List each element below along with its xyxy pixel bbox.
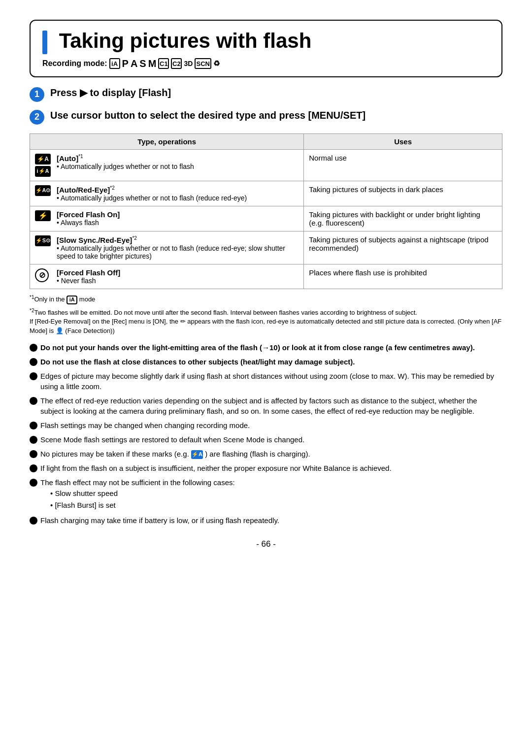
bullet-text-charging: Flash charging may take time if battery …: [40, 515, 502, 526]
mode-3D: 3D: [184, 60, 193, 67]
mode-C2: C2: [171, 58, 182, 69]
bullets-section: Do not put your hands over the light-emi…: [30, 342, 502, 526]
table-row: ⚡A i⚡A [Auto]*1 • Automatically judges w…: [30, 149, 502, 181]
recording-mode-row: Recording mode: iA P A S M C1 C2 3D SCN …: [42, 58, 490, 69]
uses-text-auto: Normal use: [309, 154, 347, 162]
step2-text: Use cursor button to select the desired …: [50, 109, 366, 122]
icon-flash-autoredeye: ⚡A⊙: [35, 185, 51, 196]
col-type-header: Type, operations: [30, 133, 304, 149]
bullet-text-edges: Edges of picture may become slightly dar…: [40, 371, 502, 392]
mode-S: S: [139, 58, 146, 69]
icon-flash-forced-on: ⚡: [35, 210, 51, 221]
bullet-scene-mode: Scene Mode flash settings are restored t…: [30, 434, 502, 445]
page-title: Taking pictures with flash: [42, 30, 490, 54]
bullet-edges: Edges of picture may become slightly dar…: [30, 371, 502, 392]
uses-text-slowsync: Taking pictures of subjects against a ni…: [309, 235, 488, 252]
bullet-dot-icon: [30, 358, 37, 366]
step2-num: 2: [30, 110, 44, 125]
uses-text-forced-off: Places where flash use is prohibited: [309, 268, 427, 277]
uses-text-autoredeye: Taking pictures of subjects in dark plac…: [309, 185, 443, 194]
bullet-dot-icon: [30, 517, 37, 525]
slowsync-desc: • Automatically judges whether or not to…: [57, 244, 299, 260]
bullet-insufficient: If light from the flash on a subject is …: [30, 463, 502, 473]
bullet-text-no-pictures: No pictures may be taken if these marks …: [40, 449, 502, 459]
mode-C1: C1: [158, 58, 169, 69]
icon-flash-slowsync: ⚡S⊙: [35, 235, 51, 246]
page-number: - 66 -: [30, 539, 502, 549]
bullet-warning1: Do not put your hands over the light-emi…: [30, 342, 502, 353]
bullet-dot-icon: [30, 372, 37, 380]
title-text: Taking pictures with flash: [59, 29, 312, 52]
bullet-text-warning1: Do not put your hands over the light-emi…: [40, 342, 502, 353]
inline-flash-icon: ⚡A: [191, 450, 203, 459]
bullet-text-redeye: The effect of red-eye reduction varies d…: [40, 395, 502, 416]
auto-label: [Auto]: [57, 154, 78, 163]
table-row: ⚡ [Forced Flash On] • Always flash Takin…: [30, 206, 502, 231]
bullet-charging: Flash charging may take time if battery …: [30, 515, 502, 526]
uses-cell-forced-on: Taking pictures with backlight or under …: [304, 206, 502, 231]
recording-mode-label: Recording mode:: [42, 59, 107, 68]
type-cell-redeye-auto: ⚡A⊙ [Auto/Red-Eye]*2 • Automatically jud…: [30, 181, 304, 206]
slowsync-label: [Slow Sync./Red-Eye]: [57, 236, 132, 244]
autoredeye-footnote: *2: [110, 185, 114, 191]
mode-P: P: [122, 58, 129, 69]
table-row: ⚡S⊙ [Slow Sync./Red-Eye]*2 • Automatical…: [30, 231, 502, 264]
uses-cell-forced-off: Places where flash use is prohibited: [304, 264, 502, 289]
uses-text-forced-on: Taking pictures with backlight or under …: [309, 210, 480, 227]
bullet-flash-settings: Flash settings may be changed when chang…: [30, 420, 502, 430]
step1: 1 Press ▶ to display [Flash]: [30, 86, 502, 102]
forced-off-label: [Forced Flash Off]: [57, 268, 120, 277]
forced-off-desc: • Never flash: [57, 277, 120, 285]
bullet-text-insufficient: If light from the flash on a subject is …: [40, 463, 502, 473]
col-uses-header: Uses: [304, 133, 502, 149]
bullet-redeye: The effect of red-eye reduction varies d…: [30, 395, 502, 416]
step2: 2 Use cursor button to select the desire…: [30, 109, 502, 125]
bullet-warning2: Do not use the flash at close distances …: [30, 357, 502, 367]
uses-cell-slowsync: Taking pictures of subjects against a ni…: [304, 231, 502, 264]
bullet-dot-icon: [30, 397, 37, 405]
bullet-dot-icon: [30, 464, 37, 472]
type-cell-auto: ⚡A i⚡A [Auto]*1 • Automatically judges w…: [30, 149, 304, 181]
table-row: ⚡A⊙ [Auto/Red-Eye]*2 • Automatically jud…: [30, 181, 502, 206]
flash-table: Type, operations Uses ⚡A i⚡A [Auto]*1 • …: [30, 133, 502, 289]
type-cell-forced-on: ⚡ [Forced Flash On] • Always flash: [30, 206, 304, 231]
forced-on-label: [Forced Flash On]: [57, 210, 120, 219]
footnote-1: *1Only in the iA mode: [30, 294, 502, 304]
bullet-no-pictures: No pictures may be taken if these marks …: [30, 449, 502, 459]
mode-iA: iA: [109, 58, 120, 69]
auto-footnote: *1: [78, 154, 83, 159]
auto-desc: • Automatically judges whether or not to…: [57, 163, 194, 170]
bullet-dot-icon: [30, 450, 37, 458]
bullet-text-warning2: Do not use the flash at close distances …: [40, 357, 502, 367]
mode-A: A: [131, 58, 137, 69]
bullet-dot-icon: [30, 422, 37, 429]
sub-bullets-flash-effect: • Slow shutter speed • [Flash Burst] is …: [50, 488, 502, 511]
bullet-dot-icon: [30, 344, 37, 352]
uses-cell-auto: Normal use: [304, 149, 502, 181]
step1-text: Press ▶ to display [Flash]: [50, 86, 171, 99]
uses-cell-autoredeye: Taking pictures of subjects in dark plac…: [304, 181, 502, 206]
autoredeye-label: [Auto/Red-Eye]: [57, 186, 110, 194]
slowsync-footnote: *2: [132, 235, 136, 241]
icon-flash-iauto: i⚡A: [35, 166, 51, 177]
mode-M: M: [148, 58, 157, 69]
ia-icon: iA: [66, 296, 77, 304]
footnote-2: *2Two flashes will be emitted. Do not mo…: [30, 307, 502, 335]
blue-bar-icon: [42, 31, 47, 54]
table-row: ⊘ [Forced Flash Off] • Never flash Place…: [30, 264, 502, 289]
bullet-flash-effect: The flash effect may not be sufficient i…: [30, 477, 502, 511]
bullet-text-scene-mode: Scene Mode flash settings are restored t…: [40, 434, 502, 445]
type-cell-slowsync: ⚡S⊙ [Slow Sync./Red-Eye]*2 • Automatical…: [30, 231, 304, 264]
mode-extra: ♻: [213, 59, 220, 68]
autoredeye-desc: • Automatically judges whether or not to…: [57, 194, 247, 202]
icon-flash-auto: ⚡A: [35, 154, 51, 164]
bullet-text-flash-settings: Flash settings may be changed when chang…: [40, 420, 502, 430]
title-box: Taking pictures with flash Recording mod…: [30, 20, 502, 77]
icon-flash-forced-off: ⊘: [35, 268, 49, 282]
bullet-dot-icon: [30, 479, 37, 487]
forced-on-desc: • Always flash: [57, 219, 120, 227]
footnotes: *1Only in the iA mode *2Two flashes will…: [30, 294, 502, 335]
type-cell-forced-off: ⊘ [Forced Flash Off] • Never flash: [30, 264, 304, 289]
bullet-dot-icon: [30, 436, 37, 444]
bullet-text-flash-effect: The flash effect may not be sufficient i…: [40, 477, 502, 511]
